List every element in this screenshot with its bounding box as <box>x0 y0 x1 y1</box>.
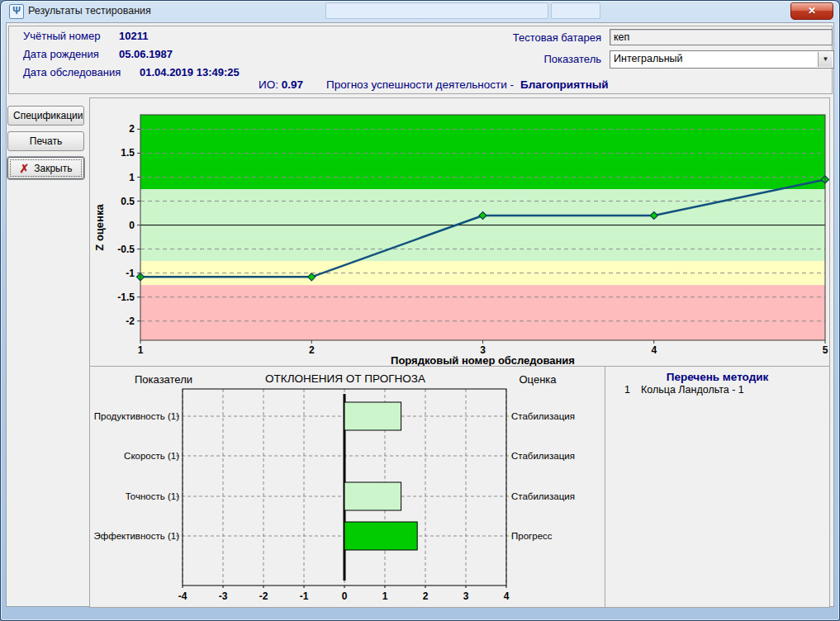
window-title: Результаты тестирования <box>28 5 151 17</box>
deviation-bar <box>344 402 401 430</box>
print-button[interactable]: Печать <box>7 131 84 151</box>
svg-text:Стабилизация: Стабилизация <box>511 451 575 461</box>
io-label: ИО: <box>259 78 278 91</box>
patient-info-panel: Учётный номер 10211 Дата рождения 05.06.… <box>8 26 833 94</box>
svg-text:Стабилизация: Стабилизация <box>511 411 575 421</box>
zone-band <box>140 285 825 340</box>
svg-text:2: 2 <box>309 344 315 356</box>
svg-text:4: 4 <box>504 590 510 602</box>
exam-date-label: Дата обследования <box>23 66 121 78</box>
svg-text:1: 1 <box>382 590 388 602</box>
svg-text:Эффективность (1): Эффективность (1) <box>93 531 179 541</box>
close-dialog-button[interactable]: ✗Закрыть <box>7 157 84 179</box>
birth-date-value: 05.06.1987 <box>119 48 173 60</box>
indicator-label: Показатель <box>469 53 601 65</box>
svg-text:Z оценка: Z оценка <box>93 204 106 251</box>
screenshot-stage: Ψ Результаты тестирования ✕ Учётный номе… <box>0 0 840 621</box>
svg-text:-0.5: -0.5 <box>117 244 135 255</box>
deviations-bar-chart-svg: -4-3-2-101234Продуктивность (1)Скорость … <box>90 367 605 607</box>
svg-text:Стабилизация: Стабилизация <box>511 491 575 501</box>
indicator-select[interactable]: Интегральный ▼ <box>610 50 834 69</box>
svg-text:-1.5: -1.5 <box>117 292 135 303</box>
svg-text:4: 4 <box>651 344 657 356</box>
forecast-value: Благоприятный <box>520 78 609 91</box>
method-item-name: Кольца Ландольта - 1 <box>641 384 744 396</box>
client-area: Учётный номер 10211 Дата рождения 05.06.… <box>6 22 834 607</box>
background-window-ghost <box>551 2 600 19</box>
z-score-line-chart: 21.510.50-0.5-1-1.5-212345Z оценкаПорядк… <box>90 98 829 366</box>
dropdown-arrow-icon[interactable]: ▼ <box>818 52 833 67</box>
svg-text:1: 1 <box>129 172 135 183</box>
deviation-bar <box>344 522 417 550</box>
svg-text:-1: -1 <box>126 268 135 279</box>
svg-text:Скорость (1): Скорость (1) <box>124 451 179 461</box>
red-x-icon: ✗ <box>20 162 30 175</box>
svg-text:0: 0 <box>129 220 135 231</box>
svg-text:3: 3 <box>463 590 469 602</box>
svg-text:2: 2 <box>129 123 135 135</box>
svg-text:1.5: 1.5 <box>121 147 135 159</box>
deviations-chart-panel: Показатели ОТКЛОНЕНИЯ ОТ ПРОГНОЗА Оценка… <box>89 366 605 608</box>
test-battery-label: Тестовая батарея <box>469 31 601 44</box>
titlebar[interactable]: Ψ Результаты тестирования ✕ <box>1 1 839 22</box>
account-number-label: Учётный номер <box>23 30 100 42</box>
svg-text:0.5: 0.5 <box>121 196 135 207</box>
deviations-bar-chart: -4-3-2-101234Продуктивность (1)Скорость … <box>90 367 605 607</box>
zone-band <box>140 115 825 189</box>
indicator-selected-value: Интегральный <box>614 53 683 64</box>
svg-text:Порядковый номер обследования: Порядковый номер обследования <box>391 354 575 367</box>
svg-text:1: 1 <box>138 344 144 356</box>
io-value: 0.97 <box>282 78 303 91</box>
methods-panel-title: Перечень методик <box>605 371 829 383</box>
svg-text:Точность (1): Точность (1) <box>126 491 179 501</box>
test-battery-input[interactable]: кеп <box>610 29 833 45</box>
specifications-button[interactable]: Спецификации <box>7 106 84 126</box>
birth-date-label: Дата рождения <box>23 48 99 60</box>
svg-text:Прогресс: Прогресс <box>511 531 553 541</box>
forecast-label: Прогноз успешности деятельности - <box>326 78 514 91</box>
svg-text:-2: -2 <box>126 315 135 327</box>
svg-text:-3: -3 <box>219 590 228 602</box>
account-number-value: 10211 <box>119 30 148 42</box>
forecast-status-line: ИО: 0.97Прогноз успешности деятельности … <box>259 78 609 91</box>
svg-text:5: 5 <box>823 344 828 356</box>
deviation-bar <box>344 482 401 510</box>
svg-text:-1: -1 <box>300 590 309 602</box>
svg-text:-2: -2 <box>259 590 268 602</box>
svg-text:-4: -4 <box>178 590 187 602</box>
background-window-ghost <box>325 2 548 19</box>
z-score-chart-panel: 21.510.50-0.5-1-1.5-212345Z оценкаПорядк… <box>89 97 830 367</box>
exam-date-value: 01.04.2019 13:49:25 <box>140 66 240 78</box>
methods-panel: Перечень методик 1 Кольца Ландольта - 1 <box>605 366 830 608</box>
method-item-number: 1 <box>624 384 630 396</box>
svg-text:2: 2 <box>423 590 429 602</box>
results-window: Ψ Результаты тестирования ✕ Учётный номе… <box>0 0 840 621</box>
svg-text:Продуктивность (1): Продуктивность (1) <box>94 411 179 421</box>
psi-app-icon: Ψ <box>9 4 24 19</box>
close-dialog-label: Закрыть <box>34 163 72 174</box>
close-icon[interactable]: ✕ <box>790 2 833 20</box>
svg-text:0: 0 <box>342 590 348 602</box>
